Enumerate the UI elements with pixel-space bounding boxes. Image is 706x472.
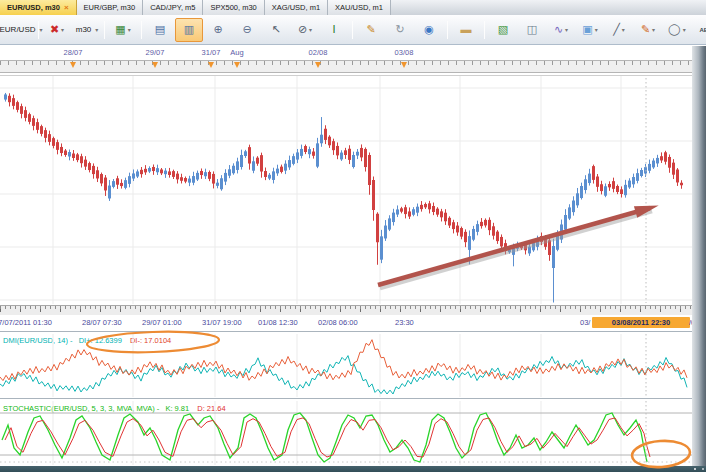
day-date-label: 28/07 bbox=[64, 48, 83, 57]
chart-tab-3[interactable]: SPX500, m30 bbox=[203, 0, 264, 15]
chart-tab-5[interactable]: XAU/USD, m1 bbox=[328, 0, 391, 15]
ellipse-tool-icon: ◯ bbox=[668, 24, 680, 35]
timeframe-select[interactable]: m30▾ bbox=[72, 18, 100, 42]
chart-window-alt-icon[interactable]: ▥ bbox=[175, 18, 203, 42]
cursor-icon[interactable]: ↖ bbox=[262, 18, 290, 42]
annotate-icon[interactable]: ✎ bbox=[357, 18, 385, 42]
trendline-icon: ╱ bbox=[613, 24, 620, 35]
time-axis-label: 28/07 07:30 bbox=[82, 318, 122, 327]
chevron-down-icon: ▾ bbox=[309, 26, 312, 33]
chart-tab-4[interactable]: XAG/USD, m1 bbox=[265, 0, 328, 15]
symbol-select[interactable]: EUR/USD▾ bbox=[6, 18, 34, 42]
chart-toolbar: EUR/USD▾✖▾m30▾▦▾▤▥⊕⊖↖⊘▾I✎↻◉▬▧◫∿▾▣▾╱▾✎▾◯▾… bbox=[0, 15, 706, 45]
day-date-label: 29/07 bbox=[146, 48, 165, 57]
time-axis-label: 03/ bbox=[580, 318, 590, 327]
chevron-down-icon: ▾ bbox=[622, 26, 625, 33]
day-marker-icon bbox=[315, 62, 321, 68]
magnifier-icon[interactable]: ⊘▾ bbox=[291, 18, 319, 42]
zoom-in-icon[interactable]: ⊕ bbox=[204, 18, 232, 42]
dmi-di-minus-value: DI-: 17.0104 bbox=[130, 336, 171, 345]
image-icon: ▧ bbox=[498, 24, 508, 35]
dmi-di-plus-value: DI+: 12.6399 bbox=[79, 336, 122, 345]
chart-tab-1[interactable]: EUR/GBP, m30 bbox=[77, 0, 144, 15]
toolbar-separator bbox=[484, 21, 485, 39]
globe-icon: ◉ bbox=[424, 24, 434, 35]
ruler-icon[interactable]: ▬ bbox=[452, 18, 480, 42]
chevron-down-icon: ▾ bbox=[565, 26, 568, 33]
timeframe-select-value: m30 bbox=[74, 25, 94, 34]
time-axis-labels: 03/08/2011 22:30 27/07/2011 01:3028/07 0… bbox=[0, 315, 706, 330]
day-marker-icon bbox=[234, 62, 240, 68]
time-axis-label: 01/08 12:30 bbox=[258, 318, 298, 327]
trendline-icon[interactable]: ╱▾ bbox=[605, 18, 633, 42]
crosshair-measure-icon[interactable]: I bbox=[320, 18, 348, 42]
text-tool-icon[interactable]: ABC bbox=[692, 18, 706, 42]
main-chart-canvas[interactable] bbox=[0, 75, 693, 306]
chart-tab-2[interactable]: CAD/JPY, m5 bbox=[143, 0, 203, 15]
chart-type-icon: ▦ bbox=[115, 24, 125, 35]
zoom-out-icon[interactable]: ⊖ bbox=[233, 18, 261, 42]
chart-tab-label: SPX500, m30 bbox=[210, 3, 256, 12]
trading-platform-window: EUR/USD, m30×EUR/GBP, m30CAD/JPY, m5SPX5… bbox=[0, 0, 706, 472]
close-symbol-icon[interactable]: ✖▾ bbox=[43, 18, 71, 42]
day-marker-icon bbox=[208, 62, 214, 68]
day-date-label: 02/08 bbox=[309, 48, 328, 57]
chart-tab-0[interactable]: EUR/USD, m30× bbox=[0, 0, 77, 15]
day-overview-ruler[interactable]: 28/0729/0731/07Aug02/0803/08 bbox=[0, 46, 692, 75]
fibonacci-icon[interactable]: ∿▾ bbox=[547, 18, 575, 42]
chart-type-icon[interactable]: ▦▾ bbox=[109, 18, 137, 42]
chevron-down-icon: ▾ bbox=[61, 26, 64, 33]
resize-grip[interactable] bbox=[694, 467, 704, 471]
chart-tab-label: EUR/GBP, m30 bbox=[84, 3, 136, 12]
dmi-header: DMI(EUR/USD, 14) - DI+: 12.6399 DI-: 17.… bbox=[3, 336, 171, 345]
day-marker-icon bbox=[70, 62, 76, 68]
time-axis-label: 27/07/2011 01:30 bbox=[0, 318, 52, 327]
toolbar-separator bbox=[352, 21, 353, 39]
current-bar-time-badge: 03/08/2011 22:30 bbox=[592, 317, 690, 328]
chart-window-icon: ▤ bbox=[155, 24, 165, 35]
ellipse-tool-icon[interactable]: ◯▾ bbox=[663, 18, 691, 42]
refresh-icon[interactable]: ↻ bbox=[386, 18, 414, 42]
zoom-in-icon: ⊕ bbox=[213, 24, 222, 35]
time-axis-label: 29/07 01:00 bbox=[142, 318, 182, 327]
chart-window-icon[interactable]: ▤ bbox=[146, 18, 174, 42]
chevron-down-icon: ▾ bbox=[128, 26, 131, 33]
text-tool-icon: ABC bbox=[700, 27, 706, 33]
magnifier-icon: ⊘ bbox=[298, 24, 307, 35]
chevron-down-icon: ▾ bbox=[595, 26, 598, 33]
stochastic-k-value: K: 9.81 bbox=[165, 404, 189, 413]
day-date-label: Aug bbox=[230, 48, 243, 57]
screenshot-icon: ◫ bbox=[527, 24, 537, 35]
tab-close-icon[interactable]: × bbox=[64, 4, 69, 12]
stochastic-title: STOCHASTIC(EUR/USD, 5, 3, 3, MVA, MVA) - bbox=[3, 404, 159, 413]
chart-tab-label: XAG/USD, m1 bbox=[272, 3, 320, 12]
globe-icon[interactable]: ◉ bbox=[415, 18, 443, 42]
dmi-title: DMI(EUR/USD, 14) - bbox=[3, 336, 73, 345]
day-date-label: 03/08 bbox=[395, 48, 414, 57]
day-ruler-strip[interactable] bbox=[0, 60, 692, 73]
window-bottom-edge bbox=[0, 466, 706, 472]
horizontal-line-icon[interactable]: ▣▾ bbox=[576, 18, 604, 42]
chart-tab-bar: EUR/USD, m30×EUR/GBP, m30CAD/JPY, m5SPX5… bbox=[0, 0, 706, 16]
window-right-edge bbox=[692, 46, 706, 466]
dmi-indicator-panel[interactable]: DMI(EUR/USD, 14) - DI+: 12.6399 DI-: 17.… bbox=[0, 333, 693, 398]
chart-tab-label: CAD/JPY, m5 bbox=[150, 3, 195, 12]
horizontal-line-icon: ▣ bbox=[582, 24, 592, 35]
chart-tab-label: XAU/USD, m1 bbox=[335, 3, 383, 12]
toolbar-separator bbox=[447, 21, 448, 39]
day-marker-icon bbox=[152, 62, 158, 68]
crosshair-measure-icon: I bbox=[332, 24, 335, 35]
close-symbol-icon: ✖ bbox=[50, 24, 59, 35]
time-axis-label: 31/07 19:00 bbox=[202, 318, 242, 327]
pencil-icon[interactable]: ✎▾ bbox=[634, 18, 662, 42]
zoom-out-icon: ⊖ bbox=[242, 24, 251, 35]
toolbar-separator bbox=[104, 21, 105, 39]
day-marker-icon bbox=[401, 62, 407, 68]
pencil-icon: ✎ bbox=[641, 24, 650, 35]
stochastic-indicator-panel[interactable]: STOCHASTIC(EUR/USD, 5, 3, 3, MVA, MVA) -… bbox=[0, 400, 693, 466]
chart-tab-label: EUR/USD, m30 bbox=[7, 3, 60, 12]
image-icon[interactable]: ▧ bbox=[489, 18, 517, 42]
screenshot-icon[interactable]: ◫ bbox=[518, 18, 546, 42]
annotate-icon: ✎ bbox=[366, 24, 375, 35]
toolbar-separator bbox=[141, 21, 142, 39]
